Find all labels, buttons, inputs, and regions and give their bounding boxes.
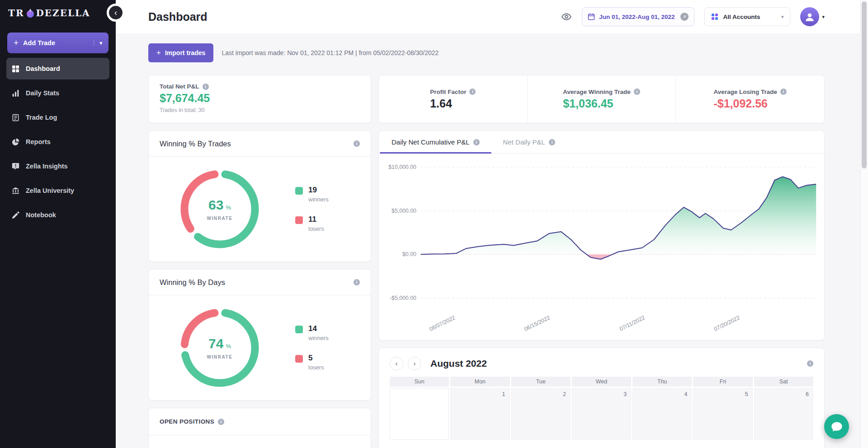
insights-icon <box>12 163 19 170</box>
chat-widget-button[interactable] <box>824 414 849 439</box>
dashboard-content: Import trades Last import was made: Nov … <box>116 33 868 448</box>
sidebar-item-notebook[interactable]: Notebook <box>6 204 109 226</box>
calendar-day-header-sun: Sun <box>390 377 449 387</box>
vertical-scrollbar-thumb[interactable] <box>862 1 867 168</box>
sidebar-item-trade-log[interactable]: Trade Log <box>6 107 109 128</box>
main-area: Dashboard Jun 01, 2022-Aug 01, 2022 <box>116 0 868 448</box>
avatar <box>800 7 819 26</box>
calendar-day-header-thu: Thu <box>632 377 692 387</box>
donut-legend: 14winners5losers <box>295 325 329 371</box>
open-positions-card: OPEN POSITIONS <box>148 408 371 448</box>
sidebar-item-label: Reports <box>26 138 51 145</box>
user-icon <box>804 11 816 23</box>
tab-daily-net-cumulative-pl[interactable]: Daily Net Cumulative P&L <box>380 131 491 153</box>
percent-sign: % <box>226 343 231 350</box>
pie-chart-icon <box>12 138 19 146</box>
add-trade-button[interactable]: + Add Trade <box>7 33 108 53</box>
legend-swatch <box>295 326 303 333</box>
calendar-cell-day-2[interactable]: 2 <box>511 388 571 440</box>
calendar-cell-day-5[interactable]: 5 <box>693 388 752 440</box>
legend-item-winners: 14winners <box>295 325 329 341</box>
sidebar-item-label: Trade Log <box>26 114 57 121</box>
legend-swatch <box>295 187 303 195</box>
tab-net-daily-pl[interactable]: Net Daily P&L <box>491 131 567 153</box>
accounts-filter-dropdown[interactable]: All Accounts <box>704 7 790 26</box>
winning-by-days-title: Winning % By Days <box>160 278 225 287</box>
sidebar-item-zella-university[interactable]: Zella University <box>6 180 109 201</box>
calendar-cell-day-6[interactable]: 6 <box>754 388 813 440</box>
import-trades-button[interactable]: Import trades <box>148 43 213 62</box>
calendar-card: August 2022 SunMonTueWedThuFriSat 123456 <box>378 348 825 448</box>
chart-plot-area: $10,000.00$5,000.00$0.00-$5,000.0006/07/… <box>379 154 824 340</box>
info-icon[interactable] <box>218 419 224 425</box>
profit-factor-label: Profit Factor <box>430 89 466 95</box>
calendar-day-number: 2 <box>563 391 566 397</box>
legend-item-losers: 5losers <box>295 354 329 371</box>
top-header: Dashboard Jun 01, 2022-Aug 01, 2022 <box>116 0 868 33</box>
info-icon[interactable] <box>473 139 480 145</box>
info-icon[interactable] <box>549 139 555 145</box>
info-icon[interactable] <box>354 279 360 285</box>
sidebar-collapse-button[interactable] <box>107 4 125 22</box>
svg-text:-$5,000.00: -$5,000.00 <box>390 295 416 301</box>
sidebar-item-dashboard[interactable]: Dashboard <box>6 58 109 79</box>
legend-count: 5 <box>308 354 324 362</box>
sidebar: TR DEZELLA + Add Trade DashboardDaily St… <box>0 0 116 448</box>
legend-label: losers <box>308 225 324 232</box>
eye-visibility-button[interactable] <box>561 11 572 22</box>
calendar-day-header-tue: Tue <box>511 377 571 387</box>
calendar-week-row: 123456 <box>390 388 813 440</box>
info-icon[interactable] <box>634 89 640 95</box>
plus-icon: + <box>14 38 19 48</box>
date-range-picker[interactable]: Jun 01, 2022-Aug 01, 2022 <box>582 7 694 26</box>
svg-text:$10,000.00: $10,000.00 <box>388 164 416 170</box>
calendar-prev-button[interactable] <box>390 357 403 370</box>
info-icon[interactable] <box>780 89 787 95</box>
sidebar-nav: DashboardDaily StatsTrade LogReportsZell… <box>0 58 116 226</box>
sidebar-item-daily-stats[interactable]: Daily Stats <box>6 82 109 104</box>
logo-text-right: DEZELLA <box>36 8 90 19</box>
donut-center: 74% WINRATE <box>177 305 263 391</box>
clear-date-icon[interactable] <box>680 13 689 21</box>
calendar-month-title: August 2022 <box>430 358 487 369</box>
sidebar-item-reports[interactable]: Reports <box>6 131 109 153</box>
info-icon[interactable] <box>354 140 360 147</box>
svg-text:06/07/2022: 06/07/2022 <box>428 314 456 332</box>
svg-text:07/11/2022: 07/11/2022 <box>618 314 646 332</box>
calendar-cell-empty[interactable] <box>390 388 449 440</box>
add-trade-label: Add Trade <box>23 39 55 47</box>
sidebar-item-label: Daily Stats <box>26 89 59 97</box>
date-range-text: Jun 01, 2022-Aug 01, 2022 <box>599 14 675 20</box>
calendar-header: August 2022 <box>379 348 824 377</box>
user-menu[interactable] <box>800 7 825 26</box>
info-icon[interactable] <box>807 360 813 367</box>
trades-total-text: Trades in total: 30 <box>160 107 360 113</box>
legend-label: winners <box>308 335 329 341</box>
sidebar-item-zella-insights[interactable]: Zella Insights <box>6 155 109 177</box>
calendar-cell-day-3[interactable]: 3 <box>572 388 631 440</box>
plus-icon <box>156 48 161 57</box>
svg-text:$0.00: $0.00 <box>402 251 416 257</box>
calendar-cell-day-1[interactable]: 1 <box>450 388 509 440</box>
legend-label: losers <box>308 364 324 371</box>
winning-by-days-card: Winning % By Days 74% WINRATE <box>148 269 371 401</box>
chevron-down-icon <box>822 14 825 20</box>
legend-item-losers: 11losers <box>295 215 329 232</box>
winrate-percent: 74 <box>208 336 223 351</box>
university-icon <box>12 187 19 195</box>
accounts-filter-label: All Accounts <box>723 14 760 20</box>
chat-bubble-icon <box>830 420 843 433</box>
legend-count: 11 <box>308 215 324 224</box>
winrate-percent: 63 <box>208 197 223 212</box>
total-net-pl-card: Total Net P&L $7,674.45 Trades in total:… <box>148 75 371 123</box>
pencil-icon <box>12 211 19 219</box>
eye-icon <box>561 11 572 22</box>
donut-legend: 19winners11losers <box>295 186 329 232</box>
tab-label: Daily Net Cumulative P&L <box>392 138 470 146</box>
avg-losing-trade-value: -$1,092.56 <box>713 97 787 110</box>
legend-count: 19 <box>308 186 329 194</box>
calendar-cell-day-4[interactable]: 4 <box>632 388 692 440</box>
info-icon[interactable] <box>203 84 209 90</box>
calendar-next-button[interactable] <box>408 357 421 370</box>
info-icon[interactable] <box>469 89 476 95</box>
